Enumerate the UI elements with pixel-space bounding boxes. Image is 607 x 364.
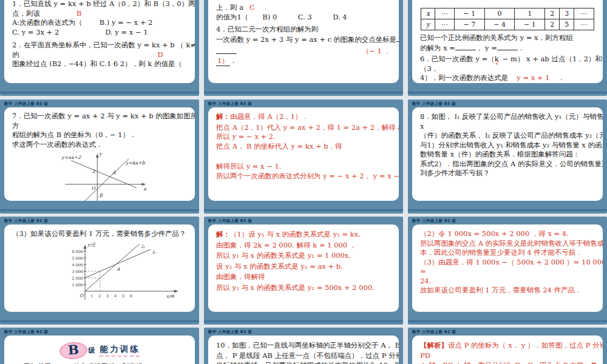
slide-edition-label: 数学 八年级上册 BS 版 xyxy=(208,101,252,107)
slide-card: 解：（1）设 y₁ 与 x 的函数关系式是 y₁ = kx. 由图象，得 2k … xyxy=(208,224,399,312)
y-tick-2000: 2 000 xyxy=(72,276,83,281)
problem-line: 到多少件才能不亏损？ xyxy=(420,169,595,178)
table-row-y: y⋯− 7− 4− 125⋯ xyxy=(421,19,594,30)
y-tick-1000: 1 000 xyxy=(72,283,83,288)
slide-1[interactable]: 数学 八年级上册 BS 版 A级 基础训练 1．已知直线 y = kx + b … xyxy=(0,0,199,96)
point-a-label: A xyxy=(116,266,120,272)
problem-line: 的D xyxy=(12,50,187,60)
answer-letter: B xyxy=(76,9,81,19)
slide-edition-label: 数学 八年级上册 BS 版 xyxy=(4,218,48,224)
solution-line: 24. xyxy=(420,277,595,286)
function-graph: y=ax+2 y=kx+b y x O 2 A B xyxy=(59,150,151,201)
slide-card: B 级 能力训练 9．已知关于 x， y 的方程组无解，则直线 y xyxy=(4,335,195,364)
blank-underline xyxy=(455,43,476,50)
slide-card: （2）令 1 000x = 500x + 2 000 ，得 x = 4. 所以两… xyxy=(412,224,603,312)
solution-line: （2）令 1 000x = 500x + 2 000 ，得 x = 4. xyxy=(420,229,595,239)
slide-edition-label: 数学 八年级上册 BS 版 xyxy=(208,218,252,224)
slide-6[interactable]: 数学 八年级上册 BS 版 8．如图， l₁ 反映了某公司产品的销售收入 y₁（… xyxy=(408,99,607,214)
problem-line: x xyxy=(420,122,595,132)
problem-line: （3）如果该公司要盈利 1 万元，需要销售多少件产品？ xyxy=(12,229,187,239)
slide-11[interactable]: 数学 八年级上册 BS 版 10．如图，已知一直线与两坐标轴的正半轴分别交于 A… xyxy=(204,328,403,364)
slide-edition-label: 数学 八年级上册 BS 版 xyxy=(412,218,456,224)
slide-edition-label: 数学 八年级上册 BS 版 xyxy=(208,329,252,335)
slide-card: 上，则 aC 的值为1（ B) 0 C. 3 D. 4 4．已知二元一次方程组的… xyxy=(208,0,399,83)
point-a-label: A xyxy=(112,170,116,175)
solution-line: PD xyxy=(420,351,595,361)
y-tick-4000: 4 000 xyxy=(72,263,83,268)
line-l1-label: l₁ xyxy=(141,244,144,249)
problem-line: 10．如图，已知一直线与两坐标轴的正半轴分别交于 A， B 两 xyxy=(216,340,391,351)
line-l2-label: l₂ xyxy=(152,249,156,255)
slide-card: 解：由题意，得 A（2，1）． 把点 A（2，1）代入 y = ax + 2，得… xyxy=(208,107,399,201)
answer-text: 1） xyxy=(216,56,230,67)
solution-line: 所以 y₁ 与 x 的函数关系式是 y₁ = 1 000x. xyxy=(216,251,391,261)
solution-line: = xyxy=(420,267,595,277)
slide-12[interactable]: 数学 八年级上册 BS 版 【解析】设点 P 的坐标为（ x， y ）．如答图，… xyxy=(408,328,607,364)
solution-line: 设 y₂ 与 x 的函数关系式是 y₂ = ax + b. xyxy=(216,261,391,272)
blank-underline xyxy=(497,43,518,50)
answer-letter: D xyxy=(158,50,163,60)
solution-line: 所以两个一次函数的表达式分别为 y = − x + 2， y = x − 1. xyxy=(216,172,391,181)
sales-graph: 6 000 5 000 4 000 3 000 2 000 1 000 1 2 … xyxy=(53,241,184,303)
problem-line: C. y = 3x + 2D. y = x − 1 xyxy=(12,28,187,38)
slide-3[interactable]: 数学 八年级上册 BS 版 x⋯− 10123⋯ y⋯− 7− 4− 125⋯ … xyxy=(408,0,607,96)
solution-line: 所以 y = − x + 2. xyxy=(216,132,391,142)
problem-line: 点， P 是线段 AB 上任意一点（不包括端点），过点 P 分别作两 xyxy=(216,351,391,361)
slide-9[interactable]: 数学 八年级上册 BS 版 （2）令 1 000x = 500x + 2 000… xyxy=(408,217,607,325)
slide-4[interactable]: 数学 八年级上册 BS 版 7．已知一次函数 y = ax + 2 与 y = … xyxy=(0,99,199,214)
slide-card: 10．如图，已知一直线与两坐标轴的正半轴分别交于 A， B 两 点， P 是线段… xyxy=(208,335,399,364)
slide-8[interactable]: 数学 八年级上册 BS 版 解：（1）设 y₁ 与 x 的函数关系式是 y₁ =… xyxy=(204,217,403,325)
problem-line: 8．如图， l₁ 反映了某公司产品的销售收入 y₁（元）与销售量 xyxy=(420,112,595,122)
slide-7[interactable]: 数学 八年级上册 BS 版 （3）如果该公司要盈利 1 万元，需要销售多少件产品… xyxy=(0,217,199,325)
solution-line: 由图象，得解得 xyxy=(216,272,391,283)
y-axis-label: y xyxy=(98,151,103,157)
slide-card: x⋯− 10123⋯ y⋯− 7− 4− 125⋯ 已知一个正比例函数的关系式为… xyxy=(412,0,603,83)
problem-line: 数销售量 x（件）的函数关系．根据图象解答问题： xyxy=(420,150,595,160)
tick-2-label: 2 xyxy=(92,169,95,174)
problem-line: 的解为 x =， y =． xyxy=(420,43,595,53)
slide-edition-label: 数学 八年级上册 BS 版 xyxy=(412,101,456,107)
function-value-table: x⋯− 10123⋯ y⋯− 7− 4− 125⋯ xyxy=(421,8,594,30)
answer-letter: C xyxy=(249,3,255,13)
slide-sorter-grid: 数学 八年级上册 BS 版 A级 基础训练 1．已知直线 y = kx + b … xyxy=(0,0,607,364)
problem-line: （− 1 ， xyxy=(216,47,391,56)
y-tick-6000: 6 000 xyxy=(72,249,83,254)
x-tick-2: 2 xyxy=(98,294,101,298)
problem-line: 一次函数 y = 2x + 3 与 y = ax + c 的图象的交点坐标是 xyxy=(216,35,391,45)
blank-underline xyxy=(396,35,399,42)
solution-line: 所以两图象的交点 A 的实际意义是此时销售收入等于销售成 xyxy=(420,239,595,249)
slide-5[interactable]: 数学 八年级上册 BS 版 解：由题意，得 A（2，1）． 把点 A（2，1）代… xyxy=(204,99,403,214)
problem-line: 的值为1（ B) 0 C. 3 D. 4 xyxy=(216,13,391,22)
k-over-2-annotation: k2 xyxy=(495,55,499,64)
problem-line: 系式2）．指出两图象的交点 A 的实际意义．公司的销售量至少要达 xyxy=(420,160,595,169)
problem-line: （件）的函数关系， l₂ 反映了该公司产品的销售成本 y₂（元） xyxy=(420,131,595,141)
slide-card: 7．已知一次函数 y = ax + 2 与 y = kx + b 的图象如图所示… xyxy=(4,107,195,201)
y-tick-5000: 5 000 xyxy=(72,256,83,261)
problem-line: 6．已知一次函数 y =（k2− m） x + ab 过点（1，2）和 xyxy=(420,55,595,64)
slide-edition-label: 数学 八年级上册 BS 版 xyxy=(4,101,48,107)
problem-line: 1）． xyxy=(216,56,391,67)
slide-2[interactable]: 数学 八年级上册 BS 版 上，则 aC 的值为1（ B) 0 C. 3 D. … xyxy=(204,0,403,96)
origin-label: O xyxy=(92,186,97,191)
slide-10[interactable]: 数学 八年级上册 BS 版 B 级 能力训练 9．已知关于 x， y 的方程组无… xyxy=(0,328,199,364)
slide-card: 【解析】设点 P 的坐标为（ x， y ）．如答图，过点 P 分别作 PD ⊥ … xyxy=(412,335,603,364)
point-b-label: B xyxy=(99,193,103,198)
x-axis-label: x/件 xyxy=(166,294,175,299)
problem-line: 上，则 aC xyxy=(216,3,391,13)
problem-line: 与1）分别求出销售收入 y₁ 和销售成本 y₂ 与销售量 x 的函 xyxy=(420,141,595,150)
problem-line: 4），则一次函数的表达式是y = x + 1． xyxy=(420,73,595,83)
section-title-text: 能力训练 xyxy=(100,345,140,357)
solution-line: 解：由题意，得 A（2，1）． xyxy=(216,112,391,122)
solution-line: 把点 A， B 的坐标代入 y = kx + b，得 xyxy=(216,142,391,152)
solution-line: 【解析】设点 P 的坐标为（ x， y ）．如答图，过点 P 分别作 xyxy=(420,340,595,351)
y-tick-3000: 3 000 xyxy=(72,269,83,274)
solution-line: 故如果该公司要盈利 1 万元，需要销售 24 件产品． xyxy=(420,286,595,295)
solution-line: 解：（1）设 y₁ 与 x 的函数关系式是 y₁ = kx. xyxy=(216,229,391,240)
problem-line: 4．已知二元一次方程组的解为则 xyxy=(216,25,391,35)
blank-underline xyxy=(216,47,237,54)
problem-line: 求这两个一次函数的表达式． xyxy=(12,140,187,150)
x-tick-6: 6 xyxy=(130,294,132,298)
problem-line: 1．已知直线 y = kx + b 经过 A（0，2）和 B（3，0）两 xyxy=(12,0,187,9)
solution-line: 所以 y₂ 与 x 的函数关系式是 y₂ = 500x + 2 000. xyxy=(216,283,391,294)
line2-label: y=kx+b xyxy=(125,160,146,166)
